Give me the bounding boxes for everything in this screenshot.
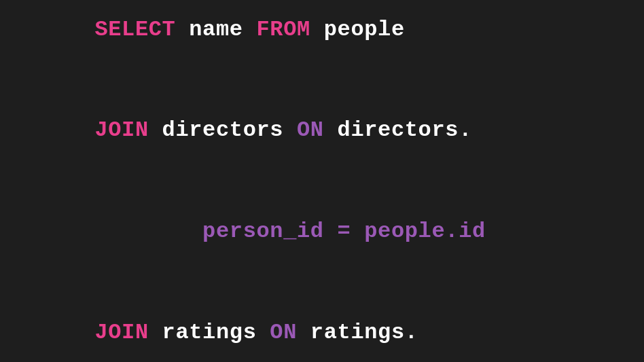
sql-line-4: JOIN ratings ON ratings. (41, 282, 603, 362)
sql-line-3: person_id = people.id (41, 181, 603, 283)
sql-ratings-on: ratings. (297, 320, 418, 345)
keyword-join-2: JOIN (94, 320, 148, 345)
keyword-on-1: ON (297, 117, 324, 143)
sql-person-id: person_id = people.id (94, 219, 485, 244)
sql-line-2: JOIN directors ON directors. (41, 80, 603, 181)
code-block: -- list the names of all people who have… (0, 0, 644, 362)
sql-name: name (175, 17, 256, 42)
sql-ratings: ratings (149, 320, 270, 345)
sql-directors: directors (149, 117, 297, 143)
keyword-from: FROM (257, 17, 310, 42)
keyword-select: SELECT (94, 17, 175, 42)
sql-line-1: SELECT name FROM people (41, 0, 603, 80)
sql-people: people (310, 17, 405, 42)
sql-directors-on: directors. (324, 117, 472, 143)
keyword-on-2: ON (270, 320, 297, 345)
keyword-join-1: JOIN (94, 117, 148, 143)
